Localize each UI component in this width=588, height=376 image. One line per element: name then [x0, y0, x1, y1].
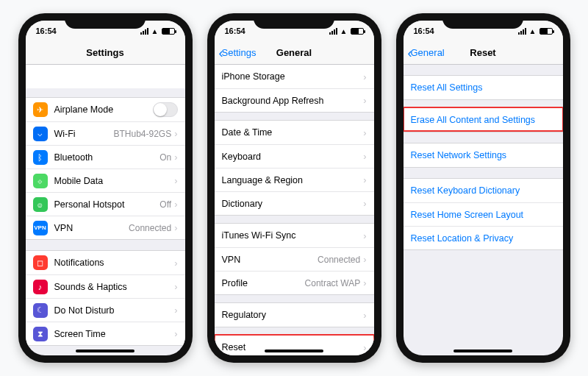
- airplane-toggle[interactable]: [153, 102, 178, 117]
- notifications-group: ◻ Notifications › ♪ Sounds & Haptics › ☾…: [26, 250, 185, 346]
- chevron-right-icon: ›: [174, 305, 177, 316]
- home-indicator[interactable]: [265, 350, 323, 352]
- iphone-storage-row[interactable]: iPhone Storage ›: [215, 65, 374, 88]
- phone-general: 16:54 ▲ ‹ Settings General iPhone Storag…: [207, 13, 381, 363]
- airplane-mode-row[interactable]: ✈ Airplane Mode: [26, 98, 185, 121]
- notch: [254, 13, 334, 29]
- reset-location-privacy-row[interactable]: Reset Location & Privacy: [404, 226, 563, 249]
- battery-icon: [539, 28, 553, 35]
- reset-all-settings-row[interactable]: Reset All Settings: [404, 76, 563, 99]
- antenna-icon: ⟐: [33, 174, 48, 188]
- mobile-data-row[interactable]: ⟐ Mobile Data ›: [26, 169, 185, 192]
- navbar: Settings: [26, 41, 185, 65]
- chevron-right-icon: ›: [363, 198, 366, 209]
- chevron-right-icon: ›: [363, 230, 366, 241]
- sounds-row[interactable]: ♪ Sounds & Haptics ›: [26, 274, 185, 298]
- notifications-row[interactable]: ◻ Notifications ›: [26, 251, 185, 274]
- chevron-right-icon: ›: [174, 128, 177, 139]
- wifi-status-icon: ▲: [340, 27, 348, 35]
- bluetooth-icon: ᛒ: [33, 150, 48, 165]
- reset-list[interactable]: Reset All Settings Erase All Content and…: [404, 65, 563, 355]
- navbar: ‹ Settings General: [215, 41, 374, 65]
- home-indicator[interactable]: [76, 350, 135, 352]
- sounds-icon: ♪: [33, 280, 48, 294]
- dnd-row[interactable]: ☾ Do Not Disturb ›: [26, 298, 185, 322]
- reset-network-row[interactable]: Reset Network Settings: [404, 143, 563, 167]
- dnd-icon: ☾: [33, 303, 48, 318]
- chevron-right-icon: ›: [174, 199, 177, 210]
- regulatory-row[interactable]: Regulatory ›: [215, 303, 374, 327]
- itunes-wifi-sync-row[interactable]: iTunes Wi-Fi Sync ›: [215, 224, 374, 247]
- chevron-right-icon: ›: [174, 281, 177, 292]
- bluetooth-row[interactable]: ᛒ Bluetooth On ›: [26, 145, 185, 169]
- chevron-right-icon: ›: [363, 174, 366, 185]
- cellular-icon: [140, 28, 148, 35]
- home-indicator[interactable]: [453, 350, 512, 352]
- cellular-icon: [518, 28, 526, 35]
- profile-row[interactable]: Profile Contract WAP ›: [215, 271, 374, 294]
- chevron-right-icon: ›: [363, 95, 366, 106]
- notch: [442, 13, 523, 29]
- reset-keyboard-dict-row[interactable]: Reset Keyboard Dictionary: [404, 179, 563, 202]
- navbar: ‹ General Reset: [404, 41, 563, 65]
- wifi-status-icon: ▲: [151, 27, 159, 35]
- erase-all-content-row[interactable]: Erase All Content and Settings: [404, 108, 563, 132]
- general-list[interactable]: iPhone Storage › Background App Refresh …: [215, 65, 374, 355]
- date-time-row[interactable]: Date & Time ›: [215, 121, 374, 144]
- connectivity-group: ✈ Airplane Mode ⌵ Wi-Fi BTHub4-92GS › ᛒ …: [26, 97, 185, 240]
- chevron-right-icon: ›: [174, 328, 177, 339]
- chevron-right-icon: ›: [363, 277, 366, 288]
- status-time: 16:54: [225, 26, 245, 35]
- hotspot-icon: ⌾: [33, 197, 48, 212]
- hotspot-row[interactable]: ⌾ Personal Hotspot Off ›: [26, 192, 185, 216]
- wifi-row[interactable]: ⌵ Wi-Fi BTHub4-92GS ›: [26, 121, 185, 145]
- vpn-row[interactable]: VPN VPN Connected ›: [26, 216, 185, 239]
- vpn-row[interactable]: VPN Connected ›: [215, 247, 374, 271]
- keyboard-row[interactable]: Keyboard ›: [215, 144, 374, 168]
- chevron-right-icon: ›: [363, 71, 366, 82]
- chevron-right-icon: ›: [363, 310, 366, 321]
- background-refresh-row[interactable]: Background App Refresh ›: [215, 88, 374, 112]
- back-button[interactable]: ‹ General: [404, 46, 445, 60]
- chevron-right-icon: ›: [174, 258, 177, 269]
- back-button[interactable]: ‹ Settings: [215, 46, 257, 60]
- profile-row[interactable]: [26, 65, 185, 88]
- screentime-icon: ⧗: [33, 327, 48, 341]
- screentime-row[interactable]: ⧗ Screen Time ›: [26, 322, 185, 345]
- cellular-icon: [329, 28, 337, 35]
- chevron-right-icon: ›: [174, 175, 177, 186]
- chevron-right-icon: ›: [174, 152, 177, 163]
- chevron-right-icon: ›: [363, 254, 366, 265]
- chevron-right-icon: ›: [174, 222, 177, 233]
- airplane-icon: ✈: [33, 102, 48, 117]
- wifi-status-icon: ▲: [529, 27, 537, 35]
- language-region-row[interactable]: Language & Region ›: [215, 168, 374, 191]
- battery-icon: [162, 28, 175, 35]
- vpn-icon: VPN: [33, 221, 48, 235]
- dictionary-row[interactable]: Dictionary ›: [215, 191, 374, 215]
- reset-home-screen-row[interactable]: Reset Home Screen Layout: [404, 202, 563, 226]
- chevron-right-icon: ›: [363, 151, 366, 162]
- status-time: 16:54: [414, 26, 434, 35]
- wifi-icon: ⌵: [33, 127, 48, 141]
- notifications-icon: ◻: [33, 255, 48, 270]
- status-time: 16:54: [36, 26, 57, 35]
- phone-reset: 16:54 ▲ ‹ General Reset Reset All Settin…: [396, 13, 570, 363]
- settings-list[interactable]: ✈ Airplane Mode ⌵ Wi-Fi BTHub4-92GS › ᛒ …: [26, 65, 185, 355]
- page-title: Settings: [26, 47, 185, 58]
- notch: [65, 13, 146, 29]
- chevron-right-icon: ›: [363, 342, 366, 353]
- phone-settings: 16:54 ▲ Settings ✈ Airplane Mode ⌵: [18, 13, 193, 363]
- battery-icon: [351, 28, 364, 35]
- chevron-right-icon: ›: [363, 127, 366, 138]
